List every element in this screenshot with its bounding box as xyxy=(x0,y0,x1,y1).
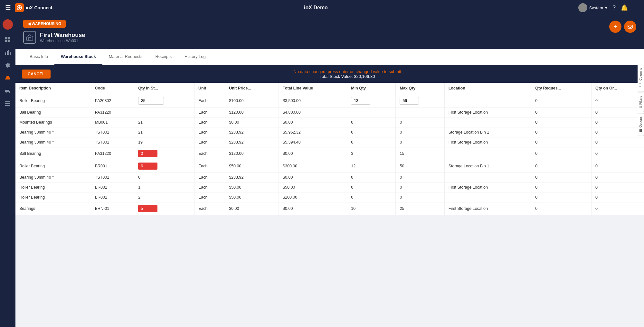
svg-rect-3 xyxy=(5,40,7,42)
description-cell: Roller Bearing xyxy=(15,94,91,107)
code-cell: TST001 xyxy=(91,127,134,137)
sidebar-icon-analytics[interactable] xyxy=(2,46,14,58)
max-qty-input[interactable] xyxy=(400,97,419,105)
location-cell xyxy=(444,173,531,182)
qty-cell[interactable] xyxy=(134,94,194,107)
sidebar-icon-settings[interactable] xyxy=(2,59,14,71)
min-qty-cell: 3 xyxy=(347,147,396,160)
min-qty-input[interactable] xyxy=(351,97,370,105)
tab-material-requests[interactable]: Material Requests xyxy=(102,49,149,65)
qty-input[interactable] xyxy=(138,97,164,105)
stock-table-wrapper: Item Description Code Qty in St... Unit … xyxy=(15,83,644,215)
qty-on-order-cell: 0 xyxy=(591,202,644,215)
col-min-qty[interactable]: Min Qty xyxy=(347,83,396,94)
qty-requested-cell: 0 xyxy=(531,127,592,137)
filters-panel-tab[interactable]: ⊟ Filters xyxy=(638,92,644,112)
description-cell: Mounted Bearings xyxy=(15,117,91,127)
qty-value: 6 xyxy=(138,163,157,170)
back-button[interactable]: ◀ WAREHOUSING xyxy=(23,20,66,28)
qty-cell: 6 xyxy=(134,160,194,173)
col-code[interactable]: Code xyxy=(91,83,134,94)
user-avatar-top xyxy=(578,3,587,12)
qty-cell: 21 xyxy=(134,117,194,127)
unit-cell: Each xyxy=(194,107,225,117)
col-max-qty[interactable]: Max Qty xyxy=(396,83,444,94)
table-row: Bearing 30mm 40 ° TST001 0 Each $283.92 … xyxy=(15,173,644,182)
code-cell: TST001 xyxy=(91,173,134,182)
qty-cell xyxy=(134,107,194,117)
table-row: Roller Bearing BR001 2 Each $50.00 $100.… xyxy=(15,192,644,202)
filters-panel-icon: ⊟ xyxy=(639,106,642,109)
col-total-line[interactable]: Total Line Value xyxy=(279,83,347,94)
col-location[interactable]: Location xyxy=(444,83,531,94)
app-title: ioX Demo xyxy=(53,5,578,11)
tab-history-log[interactable]: History Log xyxy=(178,49,212,65)
col-qty-on-order[interactable]: Qty on Or... xyxy=(591,83,644,94)
col-description[interactable]: Item Description xyxy=(15,83,91,94)
table-row: Bearing 30mm 40 ° TST001 21 Each $283.92… xyxy=(15,127,644,137)
description-cell: Ball Bearing xyxy=(15,107,91,117)
sidebar-icon-transport[interactable] xyxy=(2,85,14,97)
svg-rect-1 xyxy=(5,37,7,39)
unit-cell: Each xyxy=(194,94,225,107)
unit-price-cell: $0.00 xyxy=(225,202,279,215)
help-icon[interactable]: ? xyxy=(612,5,616,11)
qty-on-order-cell: 0 xyxy=(591,94,644,107)
total-line-cell: $0.00 xyxy=(279,147,347,160)
qty-requested-cell: 0 xyxy=(531,107,592,117)
menu-icon[interactable]: ⋮ xyxy=(633,4,639,11)
qty-on-order-cell: 0 xyxy=(591,117,644,127)
max-qty-cell[interactable] xyxy=(396,94,444,107)
filters-panel-label: Filters xyxy=(639,96,642,105)
table-row: Roller Bearing PA20302 Each $100.00 $3,5… xyxy=(15,94,644,107)
col-qty-requested[interactable]: Qty Reques... xyxy=(531,83,592,94)
svg-rect-13 xyxy=(5,101,10,102)
options-panel-label: Options xyxy=(639,117,642,127)
col-unit-price[interactable]: Unit Price... xyxy=(225,83,279,94)
min-qty-cell xyxy=(347,107,396,117)
sidebar-icon-inventory[interactable] xyxy=(2,72,14,84)
total-line-cell: $3,500.00 xyxy=(279,94,347,107)
min-qty-cell: 12 xyxy=(347,160,396,173)
qty-cell: 1 xyxy=(134,182,194,192)
location-cell: First Storage Location xyxy=(444,107,531,117)
min-qty-cell: 0 xyxy=(347,173,396,182)
table-row: Mounted Bearings MB001 21 Each $0.00 $0.… xyxy=(15,117,644,127)
qty-cell: 0 xyxy=(134,147,194,160)
notification-icon[interactable]: 🔔 xyxy=(621,4,628,11)
options-panel-icon: ☰ xyxy=(639,129,642,132)
qty-value: 5 xyxy=(138,205,157,212)
min-qty-cell: 0 xyxy=(347,182,396,192)
qty-cell: 5 xyxy=(134,202,194,215)
columns-panel-tab[interactable]: ⋮⋮ Columns xyxy=(638,64,644,92)
code-cell: PA20302 xyxy=(91,94,134,107)
share-button[interactable] xyxy=(624,21,636,33)
tab-warehouse-stock[interactable]: Warehouse Stock xyxy=(54,49,102,65)
svg-rect-6 xyxy=(7,51,8,55)
col-qty[interactable]: Qty in St... xyxy=(134,83,194,94)
unit-cell: Each xyxy=(194,192,225,202)
qty-requested-cell: 0 xyxy=(531,117,592,127)
unit-cell: Each xyxy=(194,182,225,192)
stock-table: Item Description Code Qty in St... Unit … xyxy=(15,83,644,215)
add-button[interactable]: + xyxy=(609,21,621,33)
cancel-button[interactable]: CANCEL xyxy=(22,70,51,79)
max-qty-cell: 25 xyxy=(396,202,444,215)
qty-requested-cell: 0 xyxy=(531,137,592,147)
options-panel-tab[interactable]: ☰ Options xyxy=(638,113,644,136)
app-logo-text: ioX-Connect. xyxy=(26,5,53,10)
tab-receipts[interactable]: Receipts xyxy=(149,49,178,65)
hamburger-icon[interactable]: ☰ xyxy=(5,4,11,12)
svg-rect-15 xyxy=(5,105,10,106)
tab-basic-info[interactable]: Basic Info xyxy=(23,49,54,65)
unit-price-cell: $50.00 xyxy=(225,160,279,173)
sidebar-icon-dashboard[interactable] xyxy=(2,33,14,45)
col-unit[interactable]: Unit xyxy=(194,83,225,94)
svg-rect-7 xyxy=(8,50,9,55)
sidebar-icon-config[interactable] xyxy=(2,98,14,109)
min-qty-cell[interactable] xyxy=(347,94,396,107)
table-header-row: Item Description Code Qty in St... Unit … xyxy=(15,83,644,94)
user-menu[interactable]: System ▾ xyxy=(578,3,607,12)
unit-price-cell: $50.00 xyxy=(225,192,279,202)
svg-rect-9 xyxy=(6,76,9,77)
